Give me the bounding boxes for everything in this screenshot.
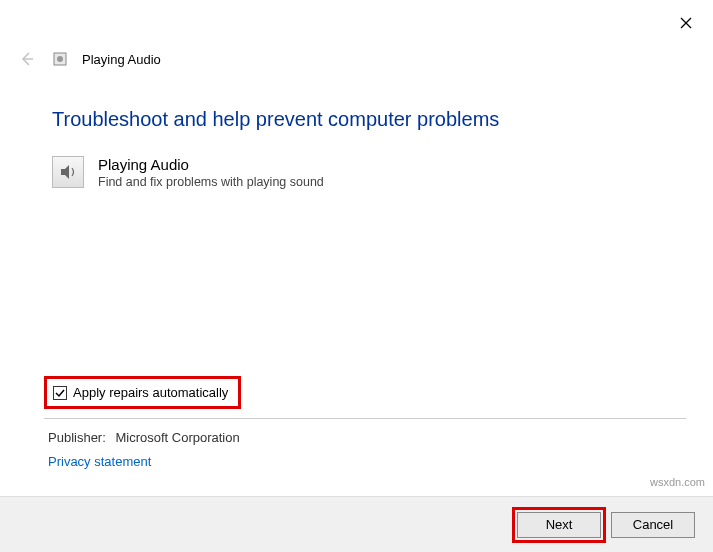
- next-button[interactable]: Next: [517, 512, 601, 538]
- apply-repairs-checkbox[interactable]: [53, 386, 67, 400]
- svg-point-4: [57, 56, 63, 62]
- cancel-button[interactable]: Cancel: [611, 512, 695, 538]
- apply-repairs-checkbox-row[interactable]: Apply repairs automatically: [44, 376, 241, 409]
- page-heading: Troubleshoot and help prevent computer p…: [52, 108, 499, 131]
- checkmark-icon: [55, 388, 65, 398]
- apply-repairs-label: Apply repairs automatically: [73, 385, 228, 400]
- item-description: Find and fix problems with playing sound: [98, 175, 324, 189]
- close-button[interactable]: [677, 14, 695, 32]
- troubleshooter-item: Playing Audio Find and fix problems with…: [52, 156, 324, 189]
- window-title: Playing Audio: [82, 52, 161, 67]
- close-icon: [680, 17, 692, 29]
- watermark: wsxdn.com: [650, 476, 705, 488]
- divider: [44, 418, 686, 419]
- speaker-icon: [52, 156, 84, 188]
- publisher-info: Publisher: Microsoft Corporation: [48, 430, 240, 445]
- header-row: Playing Audio: [16, 48, 161, 70]
- publisher-value: Microsoft Corporation: [115, 430, 239, 445]
- publisher-label: Publisher:: [48, 430, 106, 445]
- arrow-left-icon: [19, 51, 35, 67]
- back-button: [16, 48, 38, 70]
- troubleshooter-icon: [52, 51, 68, 67]
- item-title: Playing Audio: [98, 156, 324, 173]
- privacy-statement-link[interactable]: Privacy statement: [48, 454, 151, 469]
- footer: Next Cancel: [0, 496, 713, 552]
